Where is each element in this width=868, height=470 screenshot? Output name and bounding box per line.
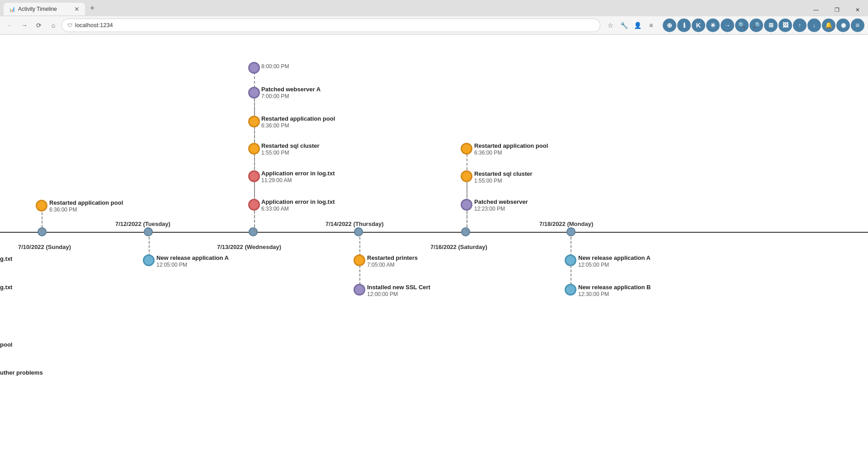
- event-text-release-a-0718: New release application A 12:05:00 PM: [578, 254, 651, 268]
- window-controls: — ❐ ✕: [806, 3, 868, 16]
- event-dot-app-error-1129: [248, 170, 260, 182]
- address-bar[interactable]: 🛡 localhost:1234: [61, 19, 600, 32]
- event-dot-restart-sql-right: [461, 170, 472, 182]
- ext-btn-1[interactable]: ⊕: [663, 19, 676, 32]
- screenshot-button[interactable]: 🖼: [778, 19, 792, 32]
- ext-btn-2[interactable]: ℹ: [677, 19, 691, 32]
- timeline-line: [0, 232, 868, 233]
- event-text-restart-app-pool-center: Restarted application pool 6:36:00 PM: [261, 115, 335, 129]
- date-label-0713: 7/13/2022 (Wednesday): [217, 244, 281, 250]
- event-dot-release-a-0712: [143, 254, 155, 266]
- home-button[interactable]: ⌂: [47, 19, 60, 32]
- dashed-line-e7: [42, 212, 42, 232]
- maximize-button[interactable]: ❐: [826, 3, 847, 17]
- settings-button[interactable]: ≡: [645, 19, 657, 32]
- event-text-app-error-633: Application error in log.txt 6:33:00 AM: [261, 198, 335, 212]
- dashed-line-b3: [359, 265, 360, 285]
- event-text-restart-printers: Restarted printers 7:05:00 AM: [367, 254, 418, 268]
- zoom-fit-button[interactable]: ⊞: [764, 19, 778, 32]
- date-node-0718: [566, 227, 576, 236]
- zoom-in-button[interactable]: 🔍: [735, 19, 749, 32]
- close-button[interactable]: ✕: [847, 3, 868, 17]
- event-text-app-error-1129: Application error in log.txt 11:29:00 AM: [261, 170, 335, 183]
- browser-tab[interactable]: 📊 Activity Timeline ✕: [4, 3, 85, 15]
- event-text-ssl-cert: Installed new SSL Cert 12:00:00 PM: [367, 284, 430, 297]
- event-text-restart-sql-right: Restarted sql cluster 1:55:00 PM: [474, 170, 533, 184]
- date-node-0716: [461, 227, 470, 236]
- event-dot-release-b-0718: [565, 284, 576, 296]
- event-text-restart-app-pool-left: Restarted application pool 6:36:00 PM: [49, 199, 123, 213]
- date-node-0713: [249, 227, 258, 236]
- event-text-patched-webserver-right: Patched webserver 12:23:00 PM: [474, 198, 528, 212]
- dashed-line-b4: [571, 237, 571, 256]
- date-node-0714: [354, 227, 363, 236]
- event-dot-restart-printers: [354, 254, 365, 266]
- browser-chrome: 📊 Activity Timeline ✕ + — ❐ ✕ ← → ⟳ ⌂ 🛡 …: [0, 0, 868, 35]
- dashed-line-b2: [359, 237, 360, 256]
- partial-text-4: uther problems: [0, 369, 43, 376]
- dashed-line-b5: [571, 265, 571, 285]
- security-icon: 🛡: [67, 23, 72, 28]
- ext-btn-3[interactable]: K: [692, 19, 705, 32]
- event-dot-app-error-633: [248, 199, 260, 211]
- event-text-restart-sql-center: Restarted sql cluster 1:55:00 PM: [261, 142, 320, 156]
- tab-icon: 📊: [9, 6, 15, 12]
- upload-button[interactable]: ↑: [793, 19, 807, 32]
- url-text: localhost:1234: [75, 22, 113, 28]
- zoom-out-button[interactable]: 🔎: [750, 19, 763, 32]
- event-dot-8pm: [248, 62, 260, 74]
- event-dot-restart-app-pool-right: [461, 143, 472, 155]
- event-text-release-b-0718: New release application B 12:30:00 PM: [578, 284, 651, 297]
- event-text-restart-app-pool-right: Restarted application pool 6:36:00 PM: [474, 142, 548, 156]
- event-text-8pm: 8:00:00 PM: [261, 63, 289, 70]
- date-label-0714: 7/14/2022 (Thursday): [326, 221, 384, 227]
- menu-button[interactable]: ≡: [851, 19, 864, 32]
- reload-button[interactable]: ⟳: [33, 19, 45, 32]
- event-text-patched-webserver-a: Patched webserver A 7:00:00 PM: [261, 86, 321, 99]
- back-button[interactable]: ←: [4, 19, 16, 32]
- partial-text-2: g.txt: [0, 284, 12, 291]
- dashed-line-e10: [467, 210, 467, 232]
- tab-close-button[interactable]: ✕: [74, 6, 80, 12]
- partial-text-3: pool: [0, 341, 12, 348]
- notifications-button[interactable]: 🔔: [822, 19, 835, 32]
- event-dot-patched-webserver-right: [461, 199, 472, 211]
- event-text-release-a-0712: New release application A 12:05:00 PM: [156, 254, 229, 268]
- github-button[interactable]: ◉: [836, 19, 850, 32]
- partial-text-1: g.txt: [0, 255, 12, 262]
- extensions-button[interactable]: 🔧: [618, 19, 630, 32]
- event-dot-patched-webserver-a: [248, 87, 260, 99]
- ext-btn-5[interactable]: →: [721, 19, 734, 32]
- download-button[interactable]: ↓: [807, 19, 821, 32]
- dashed-line-b1: [149, 237, 150, 256]
- date-label-0712: 7/12/2022 (Tuesday): [115, 221, 170, 227]
- profile-button[interactable]: 👤: [631, 19, 644, 32]
- timeline-area: 7/10/2022 (Sunday) 7/12/2022 (Tuesday) 7…: [0, 35, 868, 470]
- event-dot-restart-app-pool-left: [36, 200, 47, 212]
- date-label-0716: 7/16/2022 (Saturday): [430, 244, 487, 250]
- event-dot-ssl-cert: [354, 284, 365, 296]
- event-dot-restart-sql-center: [248, 143, 260, 155]
- forward-button[interactable]: →: [18, 19, 31, 32]
- favorites-button[interactable]: ☆: [604, 19, 617, 32]
- toolbar-right: ☆ 🔧 👤 ≡: [604, 19, 657, 32]
- minimize-button[interactable]: —: [806, 3, 826, 17]
- dashed-line-e6: [254, 210, 255, 232]
- event-dot-restart-app-pool-center: [248, 116, 260, 127]
- navigation-bar: ← → ⟳ ⌂ 🛡 localhost:1234 ☆ 🔧 👤 ≡ ⊕ ℹ K ✳…: [0, 16, 868, 34]
- date-label-0710: 7/10/2022 (Sunday): [18, 244, 71, 250]
- new-tab-button[interactable]: +: [87, 3, 98, 14]
- date-node-0712: [144, 227, 153, 236]
- tab-title: Activity Timeline: [18, 6, 57, 12]
- ext-btn-4[interactable]: ✳: [706, 19, 720, 32]
- extension-buttons: ⊕ ℹ K ✳ → 🔍 🔎 ⊞ 🖼 ↑ ↓ 🔔 ◉ ≡: [663, 19, 864, 32]
- event-dot-release-a-0718: [565, 254, 576, 266]
- date-label-0718: 7/18/2022 (Monday): [539, 221, 593, 227]
